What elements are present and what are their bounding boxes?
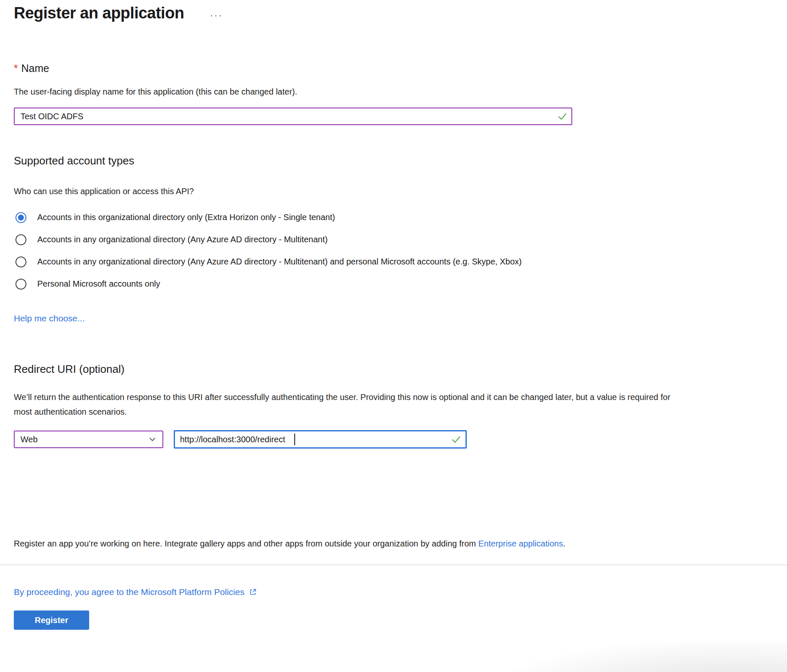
page-title: Register an application bbox=[14, 4, 184, 22]
note-text: Register an app you’re working on here. … bbox=[14, 539, 478, 548]
radio-label: Accounts in any organizational directory… bbox=[37, 257, 522, 267]
help-me-choose-link[interactable]: Help me choose... bbox=[14, 313, 85, 323]
redirect-uri-input[interactable] bbox=[174, 430, 467, 449]
name-field-label: *Name bbox=[14, 62, 773, 74]
redirect-uri-description: We’ll return the authentication response… bbox=[14, 390, 679, 419]
uri-input-container bbox=[174, 430, 467, 449]
page-header: Register an application ··· bbox=[14, 4, 773, 22]
account-types-question: Who can use this application or access t… bbox=[14, 187, 773, 196]
note-period: . bbox=[563, 539, 566, 548]
corner-shadow bbox=[502, 641, 787, 672]
register-application-page: Register an application ··· *Name The us… bbox=[0, 4, 787, 630]
radio-personal-only[interactable]: Personal Microsoft accounts only bbox=[14, 273, 773, 295]
more-options-icon[interactable]: ··· bbox=[210, 10, 223, 21]
radio-multitenant[interactable]: Accounts in any organizational directory… bbox=[14, 228, 773, 251]
footer-divider bbox=[0, 564, 787, 565]
policies-row: By proceeding, you agree to the Microsof… bbox=[14, 587, 773, 597]
text-cursor bbox=[294, 433, 295, 445]
radio-unselected-icon bbox=[15, 279, 26, 290]
name-field-description: The user-facing display name for this ap… bbox=[14, 87, 773, 97]
chevron-down-icon bbox=[148, 435, 157, 444]
radio-single-tenant[interactable]: Accounts in this organizational director… bbox=[14, 206, 773, 228]
redirect-uri-row: Web bbox=[14, 430, 773, 449]
radio-selected-icon bbox=[15, 212, 26, 223]
name-input-container bbox=[14, 108, 572, 125]
valid-checkmark-icon bbox=[451, 434, 461, 444]
name-input[interactable] bbox=[14, 108, 572, 125]
external-link-icon bbox=[249, 588, 257, 596]
radio-label: Accounts in any organizational directory… bbox=[37, 235, 328, 244]
redirect-uri-heading: Redirect URI (optional) bbox=[14, 363, 773, 376]
radio-unselected-icon bbox=[15, 256, 26, 267]
radio-label: Personal Microsoft accounts only bbox=[37, 279, 160, 289]
platform-select[interactable]: Web bbox=[14, 431, 163, 448]
radio-unselected-icon bbox=[15, 234, 26, 245]
supported-account-types-heading: Supported account types bbox=[14, 154, 773, 167]
account-type-radio-group: Accounts in this organizational director… bbox=[14, 206, 773, 295]
name-label-text: Name bbox=[21, 62, 49, 74]
radio-multitenant-personal[interactable]: Accounts in any organizational directory… bbox=[14, 251, 773, 273]
enterprise-applications-link[interactable]: Enterprise applications bbox=[478, 539, 563, 548]
register-button[interactable]: Register bbox=[14, 610, 89, 630]
radio-label: Accounts in this organizational director… bbox=[37, 213, 335, 222]
platform-policies-link[interactable]: By proceeding, you agree to the Microsof… bbox=[14, 587, 244, 597]
valid-checkmark-icon bbox=[557, 111, 567, 121]
enterprise-apps-note: Register an app you’re working on here. … bbox=[14, 539, 773, 549]
platform-select-value: Web bbox=[21, 435, 38, 444]
required-asterisk: * bbox=[14, 62, 18, 74]
